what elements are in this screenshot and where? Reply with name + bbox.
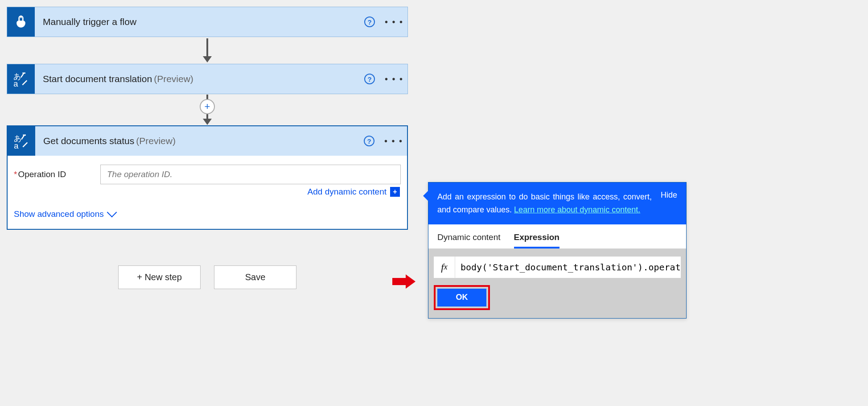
- ok-highlight: OK: [434, 285, 490, 310]
- popup-header: Add an expression to do basic things lik…: [428, 182, 686, 224]
- connector: [7, 37, 408, 64]
- expression-input[interactable]: body('Start_document_translation').opera…: [455, 257, 681, 278]
- expression-input-row: fx body('Start_document_translation').op…: [434, 257, 681, 278]
- help-button[interactable]: ?: [358, 64, 381, 94]
- trigger-step[interactable]: Manually trigger a flow ? • • •: [7, 7, 408, 37]
- help-icon: ?: [364, 74, 375, 84]
- tab-expression[interactable]: Expression: [514, 232, 559, 249]
- translator-icon: あ a: [7, 64, 35, 94]
- popup-body: fx body('Start_document_translation').op…: [428, 249, 686, 318]
- start-translation-step[interactable]: あ a Start document translation (Preview)…: [7, 64, 408, 94]
- show-advanced-options[interactable]: Show advanced options: [14, 209, 401, 219]
- add-step-connector: +: [7, 94, 408, 125]
- help-icon: ?: [364, 136, 374, 146]
- svg-text:a: a: [13, 79, 18, 88]
- tab-dynamic-content[interactable]: Dynamic content: [437, 232, 501, 249]
- step-menu-button[interactable]: • • •: [381, 7, 407, 37]
- fx-icon: fx: [434, 257, 455, 278]
- dynamic-content-popup: Add an expression to do basic things lik…: [428, 182, 687, 319]
- chevron-down-icon: [107, 207, 117, 218]
- add-dynamic-content-link[interactable]: Add dynamic content: [308, 187, 387, 197]
- manual-trigger-icon: [7, 7, 35, 37]
- save-button[interactable]: Save: [214, 265, 296, 289]
- flow-designer-canvas: Manually trigger a flow ? • • • あ a Star…: [7, 7, 408, 289]
- get-status-step[interactable]: あ a Get documents status (Preview) ? • •…: [7, 125, 408, 156]
- operation-id-label: *Operation ID: [14, 170, 94, 179]
- get-status-body: *Operation ID Add dynamic content + Show…: [7, 156, 408, 230]
- new-step-button[interactable]: + New step: [118, 265, 201, 289]
- help-button[interactable]: ?: [358, 126, 380, 156]
- svg-text:a: a: [14, 141, 19, 150]
- operation-id-input[interactable]: [100, 165, 401, 184]
- help-button[interactable]: ?: [358, 7, 381, 37]
- bottom-button-row: + New step Save: [7, 265, 408, 289]
- operation-id-field-row: *Operation ID: [14, 165, 401, 184]
- help-icon: ?: [364, 17, 375, 27]
- popup-pointer-icon: [423, 191, 428, 201]
- arrow-callout-icon: [392, 274, 417, 288]
- add-step-button[interactable]: +: [200, 99, 215, 114]
- plus-icon[interactable]: +: [390, 187, 400, 197]
- get-status-title: Get documents status (Preview): [35, 126, 358, 156]
- hide-button[interactable]: Hide: [661, 191, 677, 216]
- popup-tabs: Dynamic content Expression: [428, 224, 686, 249]
- trigger-step-title: Manually trigger a flow: [35, 7, 358, 37]
- popup-description: Add an expression to do basic things lik…: [437, 191, 652, 216]
- learn-more-link[interactable]: Learn more about dynamic content.: [514, 205, 640, 214]
- start-translation-title: Start document translation (Preview): [35, 64, 358, 94]
- step-menu-button[interactable]: • • •: [380, 126, 407, 156]
- step-menu-button[interactable]: • • •: [381, 64, 407, 94]
- ok-button[interactable]: OK: [437, 289, 486, 307]
- translator-icon: あ a: [8, 126, 35, 156]
